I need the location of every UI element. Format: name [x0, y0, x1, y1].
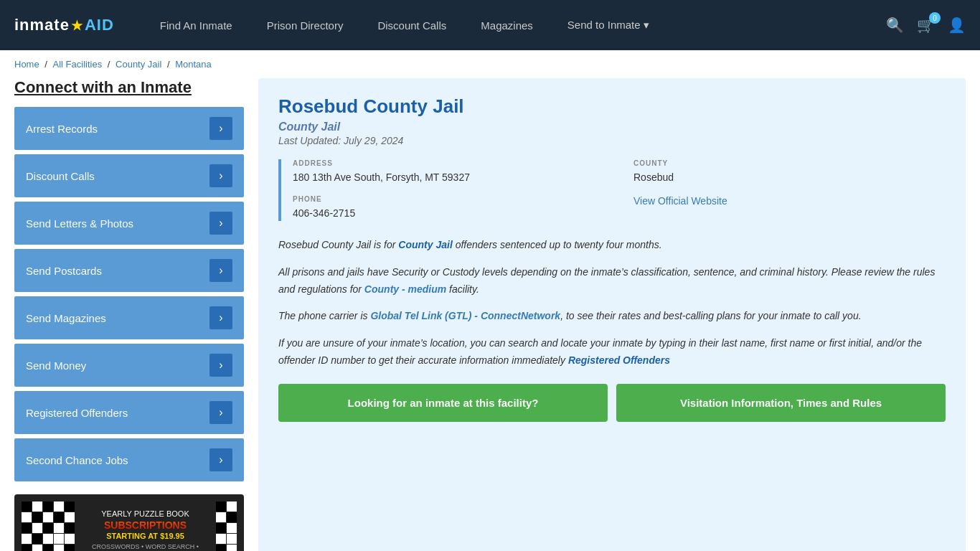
sidebar-arrow-arrest-records: › [209, 117, 232, 140]
facility-content: Rosebud County Jail County Jail Last Upd… [258, 78, 966, 551]
ad-subscriptions-label: SUBSCRIPTIONS [79, 519, 212, 532]
sidebar-arrow-send-postcards: › [209, 259, 232, 282]
logo-aid: AID [85, 16, 114, 34]
ad-top-label: YEARLY PUZZLE BOOK [79, 509, 212, 519]
desc3-before: The phone carrier is [278, 310, 370, 321]
sidebar-arrow-send-letters: › [209, 212, 232, 235]
logo-inmate: inmate [14, 16, 70, 34]
facility-info-grid: ADDRESS 180 13th Ave South, Forsyth, MT … [278, 159, 946, 221]
address-value: 180 13th Ave South, Forsyth, MT 59327 [293, 170, 605, 185]
sidebar-label-send-magazines: Send Magazines [26, 312, 106, 324]
nav-find-inmate[interactable]: Find An Inmate [143, 0, 250, 50]
sidebar-arrow-send-money: › [209, 354, 232, 377]
breadcrumb: Home / All Facilities / County Jail / Mo… [0, 50, 980, 78]
desc3-gtl-link[interactable]: Global Tel Link (GTL) - ConnectNetwork [370, 310, 560, 321]
view-official-website-link[interactable]: View Official Website [633, 195, 727, 207]
sidebar-label-send-postcards: Send Postcards [26, 265, 102, 277]
address-column: ADDRESS 180 13th Ave South, Forsyth, MT … [293, 159, 605, 221]
sidebar-label-registered-offenders: Registered Offenders [26, 407, 128, 419]
breadcrumb-sep3: / [167, 59, 172, 70]
breadcrumb-sep2: / [108, 59, 113, 70]
breadcrumb-montana[interactable]: Montana [175, 59, 212, 70]
sidebar-label-send-letters: Send Letters & Photos [26, 217, 133, 230]
desc1-county-jail-link[interactable]: County Jail [398, 239, 452, 250]
ad-price-label: STARTING AT $19.95 [79, 532, 212, 540]
ad-puzzle-container: YEARLY PUZZLE BOOK SUBSCRIPTIONS STARTIN… [22, 501, 237, 551]
sidebar-item-send-letters[interactable]: Send Letters & Photos › [14, 202, 244, 245]
nav-discount-calls[interactable]: Discount Calls [360, 0, 463, 50]
sidebar-item-second-chance-jobs[interactable]: Second Chance Jobs › [14, 438, 244, 481]
description-para-2: All prisons and jails have Security or C… [278, 264, 946, 298]
ad-left-grid [22, 501, 75, 551]
visitation-info-button[interactable]: Visitation Information, Times and Rules [616, 384, 946, 422]
breadcrumb-sep1: / [44, 59, 50, 70]
breadcrumb-home[interactable]: Home [14, 59, 39, 70]
header-icons: 🔍 🛒 0 👤 [886, 17, 966, 34]
sidebar-menu: Arrest Records › Discount Calls › Send L… [14, 107, 244, 481]
sidebar-title: Connect with an Inmate [14, 78, 244, 97]
ad-features-label: CROSSWORDS • WORD SEARCH • SUDOKU • BRAI… [79, 543, 212, 551]
nav-send-to-inmate[interactable]: Send to Inmate ▾ [550, 0, 666, 50]
sidebar: Connect with an Inmate Arrest Records › … [14, 78, 244, 551]
sidebar-label-discount-calls: Discount Calls [26, 170, 95, 182]
address-label: ADDRESS [293, 159, 605, 167]
county-value: Rosebud [633, 170, 946, 185]
sidebar-arrow-send-magazines: › [209, 306, 232, 329]
facility-description: Rosebud County Jail is for County Jail o… [278, 237, 946, 369]
phone-label: PHONE [293, 195, 605, 203]
facility-type: County Jail [278, 121, 946, 133]
logo-bird-icon: ★ [71, 19, 83, 33]
logo[interactable]: inmate★AID [14, 16, 114, 34]
nav-prison-directory[interactable]: Prison Directory [250, 0, 361, 50]
desc2-county-medium-link[interactable]: County - medium [364, 283, 446, 295]
ad-text-block: YEARLY PUZZLE BOOK SUBSCRIPTIONS STARTIN… [79, 509, 212, 551]
facility-updated: Last Updated: July 29, 2024 [278, 135, 946, 146]
county-label: COUNTY [633, 159, 946, 167]
desc4-registered-offenders-link[interactable]: Registered Offenders [568, 354, 670, 366]
sidebar-item-arrest-records[interactable]: Arrest Records › [14, 107, 244, 150]
header: inmate★AID Find An Inmate Prison Directo… [0, 0, 980, 50]
ad-right-grid [216, 501, 237, 551]
looking-for-inmate-button[interactable]: Looking for an inmate at this facility? [278, 384, 608, 422]
nav-magazines[interactable]: Magazines [463, 0, 550, 50]
sidebar-arrow-registered-offenders: › [209, 401, 232, 424]
description-para-1: Rosebud County Jail is for County Jail o… [278, 237, 946, 254]
bottom-buttons: Looking for an inmate at this facility? … [278, 384, 946, 422]
desc1-before: Rosebud County Jail is for [278, 239, 398, 250]
sidebar-label-send-money: Send Money [26, 359, 86, 372]
logo-text: inmate★AID [14, 16, 114, 34]
sidebar-ad[interactable]: YEARLY PUZZLE BOOK SUBSCRIPTIONS STARTIN… [14, 494, 244, 551]
desc3-after: , to see their rates and best-calling pl… [560, 310, 861, 321]
cart-badge: 0 [929, 12, 941, 24]
description-para-3: The phone carrier is Global Tel Link (GT… [278, 308, 946, 325]
desc1-after: offenders sentenced up to twenty four mo… [453, 239, 662, 250]
sidebar-item-discount-calls[interactable]: Discount Calls › [14, 154, 244, 197]
facility-title: Rosebud County Jail [278, 95, 946, 118]
sidebar-item-registered-offenders[interactable]: Registered Offenders › [14, 391, 244, 434]
sidebar-arrow-discount-calls: › [209, 164, 232, 187]
cart-icon[interactable]: 🛒 0 [917, 17, 935, 34]
sidebar-label-arrest-records: Arrest Records [26, 123, 98, 135]
search-icon[interactable]: 🔍 [886, 17, 904, 34]
user-icon[interactable]: 👤 [948, 17, 966, 34]
breadcrumb-all-facilities[interactable]: All Facilities [53, 59, 103, 70]
main-layout: Connect with an Inmate Arrest Records › … [0, 78, 980, 551]
phone-value: 406-346-2715 [293, 206, 605, 221]
sidebar-item-send-postcards[interactable]: Send Postcards › [14, 249, 244, 292]
sidebar-item-send-money[interactable]: Send Money › [14, 344, 244, 387]
main-nav: Find An Inmate Prison Directory Discount… [143, 0, 886, 50]
desc2-after: facility. [446, 283, 479, 295]
sidebar-label-second-chance-jobs: Second Chance Jobs [26, 454, 128, 466]
county-column: COUNTY Rosebud View Official Website [633, 159, 946, 221]
sidebar-item-send-magazines[interactable]: Send Magazines › [14, 296, 244, 339]
breadcrumb-county-jail[interactable]: County Jail [116, 59, 161, 70]
sidebar-arrow-second-chance-jobs: › [209, 448, 232, 471]
description-para-4: If you are unsure of your inmate’s locat… [278, 335, 946, 369]
